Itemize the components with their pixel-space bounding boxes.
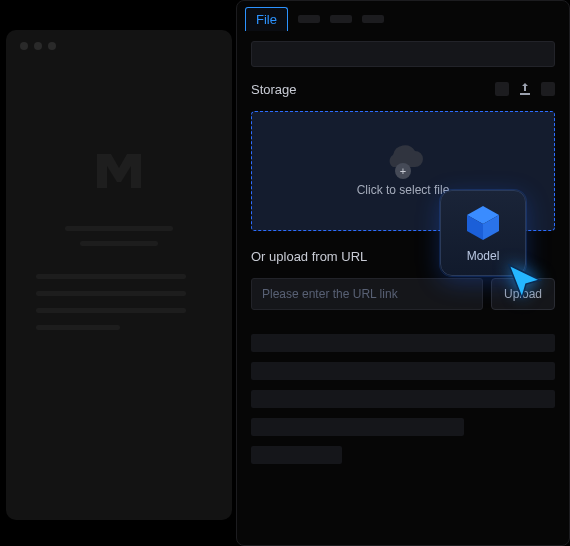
window-dot: [34, 42, 42, 50]
url-input[interactable]: [251, 278, 483, 310]
app-logo: [91, 142, 147, 198]
tab-stub[interactable]: [330, 15, 352, 23]
action-square[interactable]: [495, 82, 509, 96]
toolbar-placeholder: [251, 41, 555, 67]
list-item: [251, 334, 555, 352]
skeleton-paragraph: [34, 274, 204, 330]
dropzone-text: Click to select file: [357, 183, 450, 197]
window-controls: [6, 30, 232, 62]
action-square[interactable]: [541, 82, 555, 96]
section-title-storage: Storage: [251, 82, 297, 97]
skeleton: [36, 325, 120, 330]
skeleton: [36, 291, 186, 296]
background-content: [6, 62, 232, 330]
list-item: [251, 390, 555, 408]
background-window: [6, 30, 232, 520]
skeleton: [36, 308, 186, 313]
skeleton: [65, 226, 173, 231]
skeleton: [80, 241, 158, 246]
list-placeholder: [251, 334, 555, 464]
tab-file[interactable]: File: [245, 7, 288, 31]
tab-stub[interactable]: [298, 15, 320, 23]
list-item: [251, 418, 464, 436]
cloud-icon: +: [381, 145, 425, 173]
list-item: [251, 446, 342, 464]
tab-stub[interactable]: [362, 15, 384, 23]
list-item: [251, 362, 555, 380]
model-chip-label: Model: [467, 249, 500, 263]
window-dot: [48, 42, 56, 50]
plus-icon: +: [395, 163, 411, 179]
storage-actions: [495, 81, 555, 97]
upload-button[interactable]: Upload: [491, 278, 555, 310]
skeleton-lines: [34, 226, 204, 246]
window-dot: [20, 42, 28, 50]
skeleton: [36, 274, 186, 279]
cube-icon: [463, 203, 503, 243]
upload-icon[interactable]: [517, 81, 533, 97]
model-chip[interactable]: Model: [440, 190, 526, 276]
tab-bar: File: [237, 1, 569, 31]
